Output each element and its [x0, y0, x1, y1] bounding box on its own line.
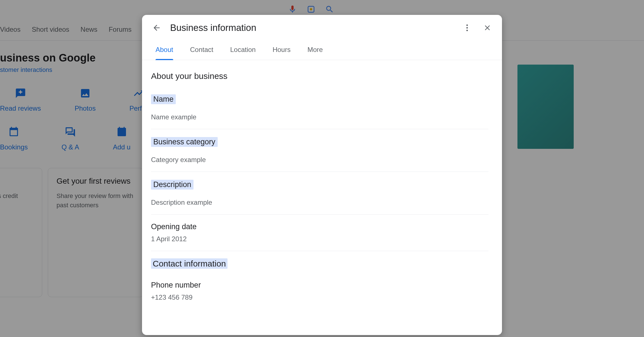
field-label-name: Name [151, 94, 176, 104]
svg-point-2 [466, 24, 468, 26]
section-contact-heading: Contact information [151, 258, 228, 269]
svg-point-4 [466, 30, 468, 31]
business-information-dialog: Business information About Contact Locat… [142, 15, 502, 335]
tab-more[interactable]: More [299, 41, 331, 60]
field-description[interactable]: Description Description example [151, 176, 488, 215]
field-value-description: Description example [151, 199, 488, 206]
svg-point-3 [466, 27, 468, 28]
close-icon [483, 24, 492, 32]
field-value-category: Category example [151, 156, 488, 164]
tab-hours[interactable]: Hours [264, 41, 299, 60]
section-about-heading: About your business [151, 71, 488, 81]
more-options-button[interactable] [460, 21, 474, 35]
field-name[interactable]: Name Name example [151, 91, 488, 129]
field-opening-date[interactable]: Opening date 1 April 2012 [151, 219, 488, 251]
tab-about[interactable]: About [147, 41, 182, 60]
more-vert-icon [463, 23, 472, 32]
dialog-header: Business information [142, 15, 502, 41]
arrow-back-icon [152, 23, 161, 32]
dialog-title: Business information [170, 22, 454, 33]
field-value-phone: +123 456 789 [151, 293, 488, 301]
tab-location[interactable]: Location [222, 41, 264, 60]
field-value-name: Name example [151, 113, 488, 121]
dialog-body[interactable]: About your business Name Name example Bu… [142, 60, 502, 335]
back-button[interactable] [150, 21, 163, 35]
field-label-category: Business category [151, 137, 218, 147]
field-phone[interactable]: Phone number +123 456 789 [151, 277, 488, 309]
field-category[interactable]: Business category Category example [151, 134, 488, 172]
field-label-description: Description [151, 180, 193, 190]
field-label-phone: Phone number [151, 281, 201, 289]
field-label-opening-date: Opening date [151, 222, 197, 231]
field-value-opening-date: 1 April 2012 [151, 235, 488, 243]
close-button[interactable] [481, 21, 494, 35]
tab-contact[interactable]: Contact [182, 41, 222, 60]
dialog-tabs: About Contact Location Hours More [142, 41, 502, 60]
